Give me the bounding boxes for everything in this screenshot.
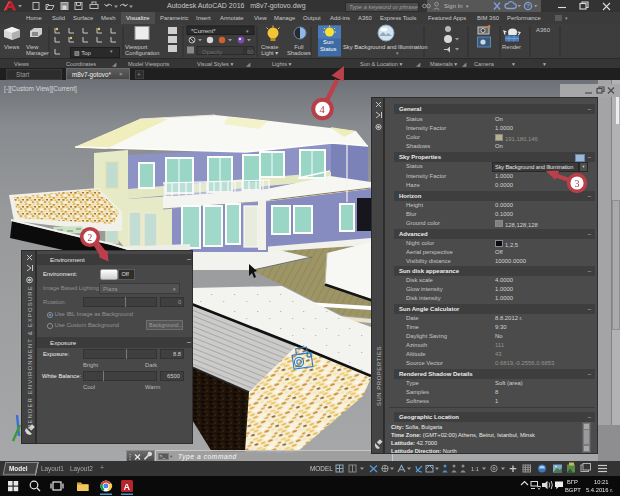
- svg-text:[-][Custom View][Current]: [-][Custom View][Current]: [4, 85, 77, 93]
- svg-text:?: ?: [526, 3, 530, 9]
- svg-text:1:1: 1:1: [471, 466, 479, 472]
- svg-text:A: A: [124, 482, 131, 492]
